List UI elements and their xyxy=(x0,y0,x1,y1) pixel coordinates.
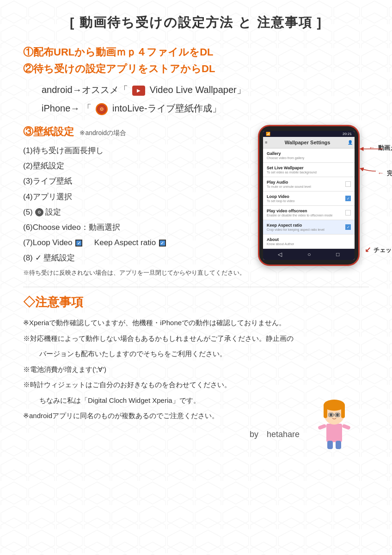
back-btn: ◁ xyxy=(278,251,282,258)
step-item-2: (2)壁紙設定 xyxy=(23,160,249,172)
phone-menu-play-audio: Play Audio To mute or unmute sound level xyxy=(263,177,355,191)
character-illustration xyxy=(313,398,355,449)
main-title: [ 動画待ち受けの設定方法 と 注意事項 ] xyxy=(23,14,369,31)
phone-mockup: 📶 20:21 ≡ Wallpaper Settings 👤 Gallery xyxy=(258,125,360,266)
phone-menu-about: About Know about Author xyxy=(263,234,355,249)
annotation-checkmark-text: チェックレ xyxy=(374,247,392,253)
phone-menu-keep-aspect: Keep Aspect ratio Crop video for keeping… xyxy=(263,220,355,234)
phone-mockup-wrapper: 📶 20:21 ≡ Wallpaper Settings 👤 Gallery xyxy=(258,125,369,278)
svg-rect-3 xyxy=(326,424,342,442)
step-item-7: (7)Loop Video ✓ Keep Aspect ratio ✓ xyxy=(23,236,249,249)
step-item-8: (8) ✓ 壁紙設定 xyxy=(23,252,249,264)
phone-nav-bar: ◁ ○ □ xyxy=(263,249,355,260)
caution-item-1: ※Xperiaで動作確認していますが、他機種・iPhoneでの動作は確認しており… xyxy=(23,317,369,329)
caution-item-4: ※時計ウィジェットはご自分のお好きなものを合わせてください。 xyxy=(23,379,369,391)
step-item-6: (6)Choose video：動画選択 xyxy=(23,221,249,234)
step-item-3: (3)ライブ壁紙 xyxy=(23,175,249,187)
home-btn: ○ xyxy=(307,251,311,258)
caution-title: ◇注意事項 xyxy=(23,294,369,310)
iphone-label: iPhone→ 「 xyxy=(42,103,92,113)
android-app-name: Video Live Wallpaper」 xyxy=(150,85,246,95)
keep-aspect-checkbox xyxy=(345,224,351,230)
phone-status-bar: 📶 20:21 xyxy=(263,131,355,137)
intolive-icon xyxy=(96,103,108,115)
phone-menu-play-offscreen: Play video offscreen Enable or disable t… xyxy=(263,206,355,220)
svg-rect-13 xyxy=(318,424,327,430)
phone-app-title-bar: ≡ Wallpaper Settings 👤 xyxy=(263,137,355,148)
step3-left-content: ③壁紙設定 ※androidの場合 (1)待ち受け画面長押し (2)壁紙設定 (… xyxy=(23,125,249,278)
svg-point-9 xyxy=(336,413,339,416)
annotation-checkmark: ↙ チェックレ xyxy=(365,245,392,254)
recents-btn: □ xyxy=(336,251,339,258)
svg-rect-7 xyxy=(341,404,345,418)
svg-rect-6 xyxy=(324,404,327,418)
svg-point-8 xyxy=(330,413,332,416)
phone-menu-set-live: Set Live Wallpaper To set video as mobil… xyxy=(263,163,355,177)
step3-footnote: ※待ち受けに反映されない場合は、アプリを一旦閉じてからやり直してください。 xyxy=(23,268,249,278)
annotation-setlive-text: 完了 xyxy=(387,170,392,177)
svg-rect-15 xyxy=(327,441,333,449)
annotation-gallery-text: 動画えらぶ xyxy=(378,144,392,151)
loop-video-checkbox xyxy=(345,196,351,201)
byline: by hetahare xyxy=(23,429,309,440)
annotation-gallery: ← 動画えらぶ xyxy=(369,143,392,152)
iphone-app-info: iPhone→ 「 intoLive-ライブ壁紙作成」 xyxy=(42,100,369,117)
play-offscreen-checkbox xyxy=(345,210,351,216)
step3-title: ③壁紙設定 xyxy=(23,126,74,137)
play-audio-checkbox xyxy=(345,181,351,187)
step2-title: ②待ち受けの設定アプリをストアからDL xyxy=(23,62,369,76)
android-label: android→オススメ「 xyxy=(42,85,128,95)
iphone-app-name: intoLive-ライブ壁紙作成」 xyxy=(112,103,221,113)
svg-rect-14 xyxy=(342,424,351,430)
phone-menu-gallery: Gallery Choose video from gallery xyxy=(263,148,355,163)
step-item-4: (4)アプリ選択 xyxy=(23,191,249,203)
caution-item-2b: バージョンも配布いたしますのでそちらをご利用ください。 xyxy=(23,348,369,360)
caution-item-3: ※電池消費が増えます(';∀') xyxy=(23,364,369,376)
caution-item-2: ※対応機種によって動作しない場合もあるかもしれませんがご了承ください。静止画の xyxy=(23,333,369,345)
step3-header: ③壁紙設定 ※androidの場合 xyxy=(23,125,249,139)
phone-menu-loop-video: Loop Video To set loop to video xyxy=(263,191,355,206)
step3-note: ※androidの場合 xyxy=(80,129,126,136)
step-item-1: (1)待ち受け画面長押し xyxy=(23,144,249,157)
step1-title: ①配布URLから動画ｍｐ４ファイルをDL xyxy=(23,45,369,59)
caution-section: ◇注意事項 ※Xperiaで動作確認していますが、他機種・iPhoneでの動作は… xyxy=(23,287,369,440)
step-item-5: (5) ⚙ 設定 xyxy=(23,206,249,218)
annotation-setlive: ← 完了 xyxy=(378,169,392,178)
android-app-info: android→オススメ「 Video Live Wallpaper」 xyxy=(42,81,369,98)
video-live-wallpaper-icon xyxy=(132,86,145,96)
phone-screen: 📶 20:21 ≡ Wallpaper Settings 👤 Gallery xyxy=(263,131,355,260)
svg-rect-16 xyxy=(336,441,341,449)
